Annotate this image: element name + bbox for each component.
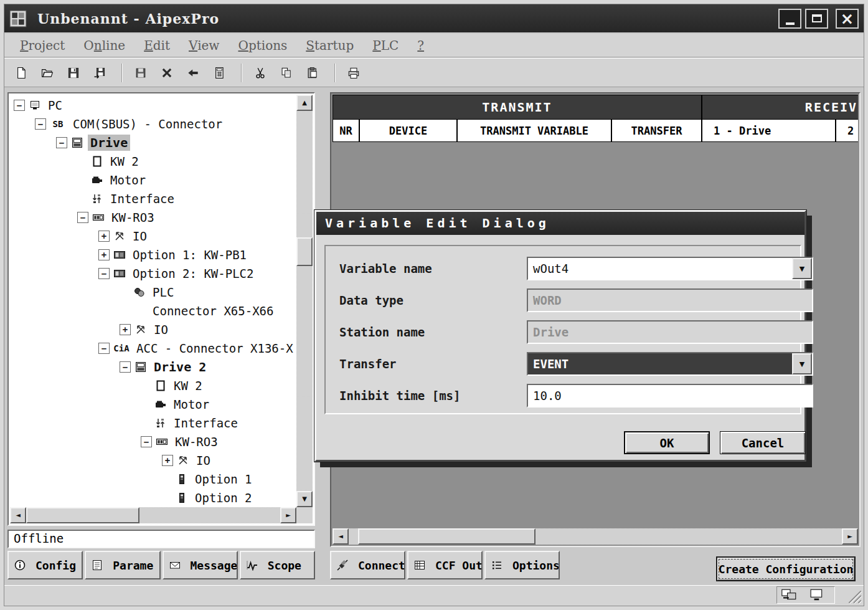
new-file-button[interactable] bbox=[12, 61, 34, 85]
resize-grip[interactable] bbox=[845, 587, 862, 604]
tree-item-option-1[interactable]: Option 1 bbox=[10, 470, 296, 488]
tree-item-io[interactable]: +IO bbox=[10, 320, 296, 339]
tab-parame[interactable]: Parame bbox=[85, 551, 160, 579]
menu-options[interactable]: Options bbox=[229, 36, 296, 55]
tab-config[interactable]: Config bbox=[7, 551, 83, 579]
dialog-titlebar[interactable]: Variable Edit Dialog bbox=[316, 212, 804, 235]
calculator-button[interactable] bbox=[210, 61, 232, 85]
tree-item-com-sbus-connector[interactable]: −SBCOM(SBUS) - Connector bbox=[10, 115, 296, 133]
tree-expander-plus[interactable]: + bbox=[120, 324, 131, 335]
toolbar-separator bbox=[334, 64, 336, 82]
connector-icon bbox=[336, 559, 349, 571]
dropdown-button[interactable]: ▼ bbox=[792, 258, 812, 279]
tree-item-plc[interactable]: PLC bbox=[10, 283, 296, 302]
tree-item-interface[interactable]: Interface bbox=[10, 189, 296, 208]
field-inhibit-time-ms[interactable]: 10.0 bbox=[527, 384, 813, 407]
tree-item-acc-connector-x136-x[interactable]: −CiAACC - Connector X136-X bbox=[10, 339, 296, 358]
menu-edit[interactable]: Edit bbox=[134, 36, 179, 55]
tree-expander-minus[interactable]: − bbox=[98, 343, 110, 354]
menu-online[interactable]: Online bbox=[74, 36, 134, 55]
tree-expander-minus[interactable]: − bbox=[77, 212, 88, 223]
menu-startup[interactable]: Startup bbox=[296, 36, 363, 55]
tree-item-motor[interactable]: Motor bbox=[10, 171, 296, 189]
print-icon bbox=[347, 67, 360, 79]
print-button[interactable] bbox=[344, 61, 367, 85]
save-as-button[interactable] bbox=[90, 61, 113, 85]
tree-item-drive-2[interactable]: −Drive 2 bbox=[10, 358, 296, 376]
tree-item-connector-x65-x66[interactable]: Connector X65-X66 bbox=[10, 302, 296, 320]
minimize-button[interactable] bbox=[778, 9, 801, 29]
tree-horizontal-scrollbar[interactable]: ◄ ► bbox=[10, 507, 296, 523]
tree-item-interface[interactable]: Interface bbox=[10, 414, 296, 432]
horizontal-scroll-thumb[interactable] bbox=[26, 507, 139, 523]
tree-vertical-scrollbar[interactable]: ▲ ▼ bbox=[296, 95, 313, 507]
scroll-down-button[interactable]: ▼ bbox=[296, 491, 313, 507]
menu-help[interactable]: ? bbox=[408, 36, 433, 55]
tab-message[interactable]: Message bbox=[163, 551, 238, 579]
menu-bar: ProjectOnlineEditViewOptionsStartupPLC? bbox=[4, 34, 864, 57]
tree-expander-minus[interactable]: − bbox=[98, 268, 110, 279]
cut-button[interactable] bbox=[251, 61, 273, 85]
scroll-right-button[interactable]: ► bbox=[280, 507, 296, 523]
tab-scope[interactable]: Scope bbox=[240, 551, 315, 579]
dropdown-button[interactable]: ▼ bbox=[792, 353, 812, 374]
tree-item-io[interactable]: +IO bbox=[10, 451, 296, 470]
scope-icon bbox=[246, 559, 258, 571]
tab-options[interactable]: Options bbox=[484, 551, 560, 579]
tree-expander-plus[interactable]: + bbox=[98, 231, 110, 242]
scroll-right-button[interactable]: ► bbox=[842, 528, 858, 545]
close-button[interactable]: × bbox=[836, 9, 859, 29]
tree-item-drive[interactable]: −Drive bbox=[10, 133, 296, 152]
store-device-button[interactable] bbox=[131, 61, 154, 85]
ok-button[interactable]: OK bbox=[624, 431, 710, 454]
disconnect-button[interactable] bbox=[158, 61, 180, 85]
tab-ccf-out[interactable]: CCF Out bbox=[407, 551, 483, 579]
field-value: 10.0 bbox=[528, 385, 562, 406]
titlebar[interactable]: Unbenannt - AipexPro × bbox=[4, 4, 864, 32]
maximize-button[interactable] bbox=[805, 9, 828, 29]
tree-expander-plus[interactable]: + bbox=[162, 455, 173, 466]
menu-project[interactable]: Project bbox=[11, 36, 74, 55]
tree-expander-minus[interactable]: − bbox=[56, 137, 67, 148]
tab-connect[interactable]: Connect bbox=[330, 551, 405, 579]
scroll-up-button[interactable]: ▲ bbox=[296, 95, 313, 111]
message-icon bbox=[169, 559, 181, 571]
tree-item-kw-ro3[interactable]: −KW-RO3 bbox=[10, 208, 296, 227]
tree-item-option-2-kw-plc2[interactable]: −Option 2: KW-PLC2 bbox=[10, 264, 296, 283]
tree-expander-minus[interactable]: − bbox=[120, 361, 131, 373]
cancel-button[interactable]: Cancel bbox=[720, 431, 806, 454]
tree-expander-minus[interactable]: − bbox=[35, 118, 46, 130]
close-icon: × bbox=[841, 11, 854, 27]
copy-button[interactable] bbox=[277, 61, 300, 85]
grid-horizontal-scrollbar[interactable]: ◄ ► bbox=[333, 528, 858, 545]
tree-item-pc[interactable]: −PC bbox=[10, 96, 296, 115]
connection-status: Offline bbox=[7, 530, 315, 548]
tree-expander-plus[interactable]: + bbox=[98, 249, 110, 260]
create-configuration-button[interactable]: Create Configuration bbox=[716, 556, 856, 581]
tree-item-io[interactable]: +IO bbox=[10, 227, 296, 245]
tree-item-option-2[interactable]: Option 2 bbox=[10, 488, 296, 507]
tree-expander-minus[interactable]: − bbox=[141, 436, 152, 447]
menu-view[interactable]: View bbox=[179, 36, 229, 55]
open-folder-button[interactable] bbox=[38, 61, 60, 85]
scroll-left-button[interactable]: ◄ bbox=[333, 528, 349, 545]
store-device-icon bbox=[134, 67, 147, 79]
horizontal-scroll-thumb[interactable] bbox=[358, 528, 535, 545]
tree-item-motor[interactable]: Motor bbox=[10, 395, 296, 414]
field-label-inhibit-time-ms: Inhibit time [ms] bbox=[339, 389, 460, 403]
save-button[interactable] bbox=[64, 61, 87, 85]
tree-item-kw-ro3[interactable]: −KW-RO3 bbox=[10, 432, 296, 451]
field-value[interactable]: wOut4 bbox=[528, 258, 792, 279]
scroll-left-button[interactable]: ◄ bbox=[10, 507, 26, 523]
paste-button[interactable] bbox=[303, 61, 326, 85]
field-value[interactable]: EVENT bbox=[528, 353, 792, 374]
field-variable-name[interactable]: wOut4▼ bbox=[527, 257, 813, 280]
go-online-button[interactable] bbox=[184, 61, 206, 85]
tree-item-kw-2[interactable]: KW 2 bbox=[10, 376, 296, 395]
tree-item-option-1-kw-pb1[interactable]: +Option 1: KW-PB1 bbox=[10, 245, 296, 264]
vertical-scroll-thumb[interactable] bbox=[296, 237, 313, 266]
field-transfer[interactable]: EVENT▼ bbox=[527, 352, 813, 376]
tree-item-kw-2[interactable]: KW 2 bbox=[10, 152, 296, 171]
tree-expander-minus[interactable]: − bbox=[14, 100, 25, 111]
menu-plc[interactable]: PLC bbox=[363, 36, 408, 55]
